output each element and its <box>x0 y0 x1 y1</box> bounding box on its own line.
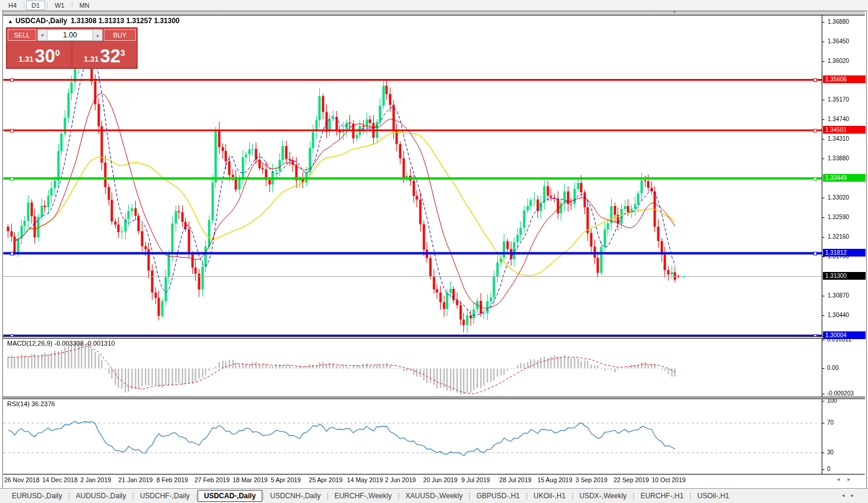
current-price-badge: 1.31300 <box>823 272 866 280</box>
chart-title: ▲USDCAD-,Daily1.31308 1.31313 1.31257 1.… <box>8 17 180 25</box>
x-axis-date-label: 18 Mar 2019 <box>233 476 268 483</box>
buy-price-big-digits: 32 <box>100 48 120 65</box>
volume-increase-button[interactable]: ▲ <box>93 29 103 41</box>
chart-symbol-label: USDCAD-,Daily <box>15 17 67 25</box>
x-axis-date-label: 25 Apr 2019 <box>309 476 343 483</box>
x-axis-date-label: 27 Feb 2019 <box>195 476 230 483</box>
timeframe-button-d1[interactable]: D1 <box>26 1 45 10</box>
x-axis-date-label: 28 Jul 2019 <box>500 476 532 483</box>
sell-price-big-digits: 30 <box>35 48 55 65</box>
x-axis-date-label: 2 Jun 2019 <box>385 476 416 483</box>
rsi-axis-tick: 0 <box>827 466 866 472</box>
chart-tab-usdcnh-daily[interactable]: USDCNH-,Daily <box>264 491 326 501</box>
price-axis-tick: 1.34740 <box>828 116 864 122</box>
x-axis-date-label: 5 Apr 2019 <box>271 476 301 483</box>
sell-price-prefix: 1.31 <box>18 55 33 64</box>
chart-tab-gbpusd-h1[interactable]: GBPUSD-,H1 <box>470 491 526 501</box>
price-axis-tick: 1.36450 <box>828 38 864 45</box>
tab-scroll-right-icon[interactable]: ► <box>850 493 860 498</box>
price-axis-tick: 1.36880 <box>828 18 864 25</box>
rsi-indicator-label: RSI(14) 36.2376 <box>7 400 55 407</box>
x-axis-date-label: 10 Oct 2019 <box>651 476 685 483</box>
rsi-axis-tick: 70 <box>827 419 866 426</box>
volume-input[interactable] <box>47 29 93 41</box>
sell-price-pip-digit: 0 <box>55 48 60 58</box>
chart-tab-usdcad-daily[interactable]: USDCAD-,Daily <box>198 490 262 502</box>
buy-price-pip-digit: 3 <box>120 48 125 58</box>
chart-tab-usdchf-daily[interactable]: USDCHF-,Daily <box>134 491 196 501</box>
price-axis-tick: 1.32160 <box>828 233 864 240</box>
price-chart-canvas[interactable] <box>3 11 865 487</box>
price-axis-tick: 1.34310 <box>828 135 864 142</box>
price-line-badge: 1.35606 <box>823 75 866 83</box>
timeframe-toolbar: H4D1W1MN <box>0 0 868 11</box>
price-line-badge: 1.30004 <box>823 331 866 339</box>
chart-window: ▼ ▲USDCAD-,Daily1.31308 1.31313 1.31257 … <box>2 11 867 489</box>
chart-tab-ukoil-h1[interactable]: UKOil-,H1 <box>527 491 571 501</box>
sell-price-display[interactable]: 1.31 30 0 <box>8 42 71 67</box>
one-click-collapse-icon[interactable]: ▲ <box>8 18 13 24</box>
price-axis-tick: 1.32590 <box>828 214 864 220</box>
macd-axis-tick: -0.009203 <box>827 390 866 397</box>
timeframe-button-h4[interactable]: H4 <box>3 1 22 10</box>
x-axis-date-label: 26 Nov 2018 <box>4 476 40 483</box>
macd-pane-splitter[interactable] <box>3 336 865 339</box>
x-axis-date-label: 14 Dec 2018 <box>42 476 78 483</box>
tab-scroll-left-icon[interactable]: ◄ <box>841 493 850 498</box>
x-axis-date-label: 8 Feb 2019 <box>157 476 188 483</box>
x-axis-date-label: 15 Aug 2019 <box>538 476 573 483</box>
chart-tab-audusd-daily[interactable]: AUDUSD-,Daily <box>70 491 132 501</box>
chart-tab-eurchf-h1[interactable]: EURCHF-,H1 <box>634 491 689 501</box>
buy-price-prefix: 1.31 <box>84 55 98 64</box>
chart-tab-eurusd-daily[interactable]: EURUSD-,Daily <box>6 491 68 501</box>
x-axis-date-label: 3 Sep 2019 <box>576 476 608 483</box>
macd-axis-tick: 0.00 <box>827 365 866 371</box>
hscroll-left-icon[interactable]: ◄ <box>836 477 847 482</box>
price-line-badge: 1.34501 <box>823 126 866 134</box>
x-axis-date-label: 21 Jan 2019 <box>119 476 153 483</box>
hscroll-right-icon[interactable]: ► <box>847 477 857 482</box>
scroll-position-marker-icon[interactable]: ▼ <box>672 10 677 15</box>
timeframe-button-mn[interactable]: MN <box>74 1 95 10</box>
buy-price-display[interactable]: 1.31 32 3 <box>73 42 136 67</box>
timeframe-button-w1[interactable]: W1 <box>49 1 70 10</box>
chart-tab-eurchf-weekly[interactable]: EURCHF-,Weekly <box>329 491 398 501</box>
price-line-badge: 1.31812 <box>823 249 866 257</box>
price-axis-tick: 1.35170 <box>828 96 864 103</box>
price-axis-tick: 1.36020 <box>828 58 864 64</box>
chart-ohlc-values: 1.31308 1.31313 1.31257 1.31300 <box>71 17 180 25</box>
x-axis-date-label: 2 Jan 2019 <box>80 476 111 483</box>
chart-hscroll-arrows[interactable]: ◄► <box>836 477 857 482</box>
toolbar-separator <box>47 2 47 9</box>
sell-button[interactable]: SELL <box>8 29 36 41</box>
macd-indicator-label: MACD(12,26,9) -0.003308 -0.001310 <box>7 340 115 347</box>
chart-tab-usdx-weekly[interactable]: USDX-,Weekly <box>574 491 633 501</box>
x-axis-date-label: 14 May 2019 <box>347 476 383 483</box>
price-axis-tick: 1.30440 <box>828 312 864 318</box>
buy-button[interactable]: BUY <box>104 29 136 41</box>
price-line-badge: 1.33449 <box>823 174 866 182</box>
one-click-trade-panel: SELL ▼ ▲ BUY 1.31 30 0 1.31 32 3 <box>6 27 138 69</box>
volume-decrease-button[interactable]: ▼ <box>37 29 47 41</box>
rsi-pane-splitter[interactable] <box>3 397 865 399</box>
x-axis-date-label: 9 Jul 2019 <box>461 476 489 483</box>
price-axis-tick: 1.33020 <box>828 194 864 201</box>
toolbar-separator <box>24 2 24 9</box>
rsi-axis-tick: 30 <box>827 449 866 455</box>
price-axis-tick: 1.33880 <box>828 155 864 162</box>
x-axis-date-label: 20 Jun 2019 <box>423 476 457 483</box>
toolbar-separator <box>72 2 72 9</box>
chart-tab-xauusd-weekly[interactable]: XAUUSD-,Weekly <box>399 491 468 501</box>
chart-tab-bar: ◄► EURUSD-,Daily|AUDUSD-,Daily|USDCHF-,D… <box>0 488 868 503</box>
chart-tab-usoil-h1[interactable]: USOil-,H1 <box>691 491 735 501</box>
trading-app: H4D1W1MN ▼ ▲USDCAD-,Daily1.31308 1.31313… <box>0 0 868 503</box>
x-axis-date-label: 22 Sep 2019 <box>613 476 649 483</box>
price-axis-tick: 1.30870 <box>828 292 864 299</box>
tab-scroll-arrows[interactable]: ◄► <box>841 493 860 498</box>
chart-top-scrollbar[interactable]: ▼ <box>3 11 865 15</box>
